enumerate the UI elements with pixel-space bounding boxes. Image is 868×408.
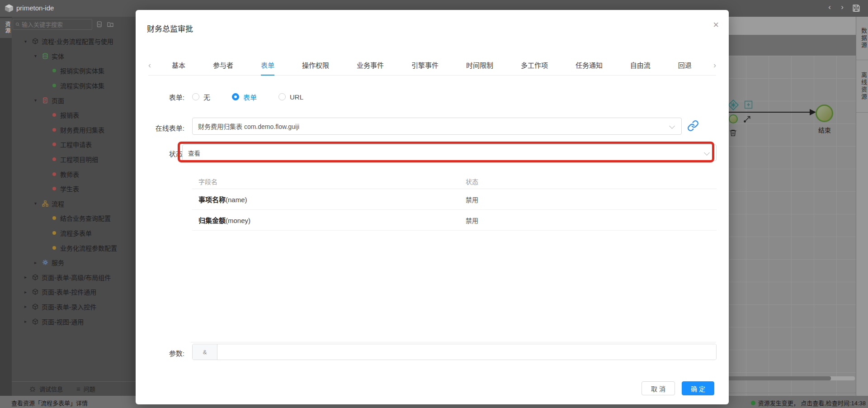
tree-item[interactable]: 结合业务查询配置 [12,211,136,226]
tab-time-limit[interactable]: 时间限制 [466,57,493,76]
connector-arrow-icon[interactable] [743,114,753,123]
delete-node-icon[interactable] [729,128,737,138]
expand-arrow-icon[interactable]: ▸ [24,304,32,309]
tab-datasource[interactable]: 数据源 [856,17,868,60]
expand-arrow-icon[interactable]: ▾ [34,201,42,206]
state-select[interactable]: 查看 [182,144,717,161]
form-type-label: 表单: [136,92,184,102]
field-status: 禁用 [466,216,717,225]
tab-offline-resources[interactable]: 离线资源 [856,60,868,113]
tree-item[interactable]: 财务费用归集表 [12,123,136,138]
red-dot-icon [52,172,56,176]
online-form-label: 在线表单: [136,123,184,133]
end-node[interactable] [816,104,833,122]
problems-tab[interactable]: ≡ 问题 [76,384,95,393]
document-icon [42,97,48,104]
canvas-hscroll-thumb[interactable] [728,376,831,380]
tree-item[interactable]: 报销表 [12,108,136,123]
tree-item-process-config[interactable]: ▾流程-业务流程配置与使用 [12,34,136,49]
tab-multi-workitem[interactable]: 多工作项 [521,57,548,76]
tree-item[interactable]: 工程项目明细 [12,152,136,167]
debug-icon [29,385,36,393]
tab-participants[interactable]: 参与者 [213,57,233,76]
expand-arrow-icon[interactable]: ▸ [34,260,42,265]
tree-item[interactable]: 教师表 [12,166,136,181]
online-form-select[interactable]: 财务费用归集表 com.demo.flow.guiji [192,118,682,135]
expand-arrow-icon[interactable]: ▾ [34,98,42,103]
add-node-icon[interactable] [744,100,753,109]
tree-item-service[interactable]: ▸服务 [12,255,136,270]
tab-business-events[interactable]: 业务事件 [357,57,384,76]
radio-url[interactable]: URL [278,93,303,101]
cube-icon [32,289,38,295]
status-message: 查看资源「流程多表单」详情 [11,399,88,407]
tree-item[interactable]: 学生表 [12,181,136,196]
tab-operation-permissions[interactable]: 操作权限 [302,57,329,76]
close-icon[interactable]: × [713,20,719,30]
params-label: 参数: [136,348,184,358]
red-dot-icon [52,113,56,117]
params-input[interactable] [217,344,716,360]
col-status: 状态 [466,177,717,186]
ok-button[interactable]: 确 定 [682,381,714,395]
tab-free-flow[interactable]: 自由流 [630,57,651,76]
table-row[interactable]: 事项名称(name) 禁用 [192,189,717,210]
chevron-down-icon [669,123,675,129]
list-icon: ≡ [76,385,80,393]
expand-arrow-icon[interactable]: ▸ [24,319,32,324]
radio-form[interactable]: 表单 [232,92,257,102]
tree-item[interactable]: ▸页面-表单-高级/布局组件 [12,270,136,285]
expand-arrow-icon[interactable]: ▸ [24,289,32,294]
tab-task-notification[interactable]: 任务通知 [576,57,603,76]
database-icon [42,53,48,59]
tree-item[interactable]: 工程申请表 [12,137,136,152]
params-prefix-addon: & [193,344,217,360]
tree-item[interactable]: ▸页面-视图-通用 [12,314,136,329]
tree-item-flow[interactable]: ▾流程 [12,196,136,211]
mini-end-node-icon[interactable] [729,114,738,123]
expand-arrow-icon[interactable]: ▸ [24,275,32,280]
rail-tab-resources[interactable]: 资源 [0,18,12,38]
tree-item[interactable]: ▸页面-表单-录入控件 [12,299,136,314]
chevron-down-icon [704,150,710,156]
red-dot-icon [52,187,56,190]
cancel-button[interactable]: 取 消 [642,381,675,395]
search-icon [15,21,20,28]
cube-icon [32,304,38,310]
folder-add-icon[interactable] [107,21,114,28]
tree-item[interactable]: 报销实例实体集 [12,63,136,78]
red-dot-icon [52,142,56,146]
search-box[interactable] [13,19,92,30]
end-node-label: 结束 [814,125,835,134]
tab-basic[interactable]: 基本 [172,57,185,76]
debug-info-tab[interactable]: 调试信息 [29,384,63,393]
green-status-dot-icon [751,401,755,405]
tree-item[interactable]: ▸页面-表单-控件通用 [12,285,136,299]
table-row[interactable]: 归集金额(money) 禁用 [192,210,717,231]
nav-back-icon[interactable]: ‹ [825,3,835,12]
orange-dot-icon [52,216,56,220]
node-auto-layout-icon[interactable] [727,99,739,111]
tree-item-page[interactable]: ▾页面 [12,93,136,108]
link-icon[interactable] [687,120,699,132]
flow-icon [42,200,48,207]
script-file-icon[interactable] [96,21,103,28]
tabs-scroll-right-icon[interactable]: › [713,61,716,70]
resource-change-notice[interactable]: 资源发生变更， 点击查看,检查时间:14:38 [751,399,866,407]
tree-item-entity[interactable]: ▾实体 [12,49,136,64]
expand-arrow-icon[interactable]: ▾ [34,53,42,58]
save-icon[interactable] [852,4,861,13]
tree-item[interactable]: 流程多表单 [12,226,136,241]
fields-table: 字段名 状态 事项名称(name) 禁用 归集金额(money) 禁用 [192,174,717,231]
radio-none[interactable]: 无 [192,92,210,102]
red-dot-icon [52,128,56,132]
tree-item[interactable]: 业务化流程参数配置 [12,240,136,255]
nav-forward-icon[interactable]: › [837,3,847,12]
tab-engine-events[interactable]: 引擎事件 [411,57,439,76]
search-input[interactable] [22,21,90,28]
tab-form[interactable]: 表单 [261,57,274,76]
tab-rollback[interactable]: 回退 [678,57,692,76]
tree-item[interactable]: 流程实例实体集 [12,78,136,93]
expand-arrow-icon[interactable]: ▾ [24,39,32,44]
tabs-scroll-left-icon[interactable]: ‹ [148,61,151,70]
